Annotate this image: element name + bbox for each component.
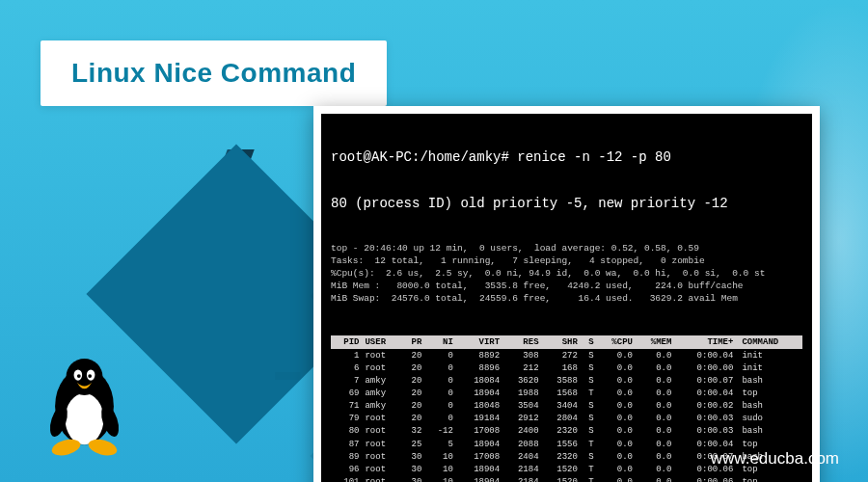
- command-text: renice -n -12 -p 80: [517, 149, 671, 165]
- table-cell: 0:00.06: [674, 476, 736, 482]
- table-cell: 0.0: [597, 425, 636, 438]
- table-row: 71amky2001804835043404S0.00.00:00.02bash: [331, 400, 802, 413]
- table-cell: 0.0: [597, 349, 636, 362]
- table-cell: 0.0: [597, 476, 636, 482]
- table-cell: 79: [331, 413, 362, 425]
- table-cell: 17008: [456, 450, 502, 463]
- table-cell: 2404: [502, 450, 541, 463]
- table-cell: 20: [401, 413, 425, 425]
- table-cell: 0:00.03: [674, 413, 736, 425]
- table-row: 79root2001918429122804S0.00.00:00.03sudo: [331, 413, 802, 425]
- table-header-cell: %CPU: [597, 335, 636, 349]
- table-cell: 6: [331, 362, 362, 374]
- table-cell: 0.0: [597, 413, 636, 425]
- table-cell: 0.0: [636, 476, 674, 482]
- table-cell: 10: [424, 463, 455, 475]
- table-cell: 2320: [542, 450, 581, 463]
- svg-point-3: [66, 393, 104, 444]
- table-cell: S: [581, 400, 597, 413]
- table-row: 1root2008892308272S0.00.00:00.04init: [331, 349, 802, 362]
- table-header-cell: SHR: [542, 335, 581, 349]
- table-row: 101root30101890421841520T0.00.00:00.06to…: [331, 476, 802, 482]
- table-cell: root: [362, 438, 400, 450]
- table-cell: 17008: [456, 425, 502, 438]
- table-cell: bash: [736, 425, 802, 438]
- table-cell: 0.0: [636, 450, 674, 463]
- table-cell: 0:00.03: [674, 425, 736, 438]
- table-cell: 10: [424, 450, 455, 463]
- table-cell: 0:00.00: [674, 362, 736, 374]
- table-cell: 308: [502, 349, 541, 362]
- table-cell: 0: [424, 413, 455, 425]
- table-cell: bash: [736, 374, 802, 387]
- table-cell: 0:00.04: [674, 388, 736, 400]
- site-url: www.educba.com: [711, 449, 839, 469]
- table-cell: 1: [331, 349, 362, 362]
- table-header-cell: TIME+: [674, 335, 736, 349]
- table-cell: 1556: [542, 438, 581, 450]
- table-cell: 18904: [456, 438, 502, 450]
- table-cell: sudo: [736, 413, 802, 425]
- table-row: 80root32-121700824002320S0.00.00:00.03ba…: [331, 425, 802, 438]
- table-cell: S: [581, 349, 597, 362]
- table-cell: S: [581, 450, 597, 463]
- table-cell: 0:00.02: [674, 400, 736, 413]
- table-cell: 30: [401, 450, 425, 463]
- table-cell: 0: [424, 388, 455, 400]
- table-cell: init: [736, 362, 802, 374]
- terminal-command-line: root@AK-PC:/home/amky# renice -n -12 -p …: [331, 148, 802, 167]
- table-cell: 18904: [456, 476, 502, 482]
- table-cell: 5: [424, 438, 455, 450]
- table-row: 6root2008896212168S0.00.00:00.00init: [331, 362, 802, 374]
- table-header-cell: PR: [401, 335, 425, 349]
- svg-point-7: [77, 374, 81, 378]
- table-cell: root: [362, 463, 400, 475]
- table-cell: root: [362, 450, 400, 463]
- table-cell: 19184: [456, 413, 502, 425]
- table-cell: 0: [424, 362, 455, 374]
- table-cell: 1520: [542, 463, 581, 475]
- table-cell: 212: [502, 362, 541, 374]
- terminal-output-message: 80 (process ID) old priority -5, new pri…: [331, 195, 802, 213]
- table-cell: 0.0: [636, 349, 674, 362]
- page-title: Linux Nice Command: [71, 58, 356, 89]
- table-cell: 3588: [542, 374, 581, 387]
- table-cell: 18904: [456, 388, 502, 400]
- table-cell: 2088: [502, 438, 541, 450]
- table-cell: 3504: [502, 400, 541, 413]
- table-cell: 3620: [502, 374, 541, 387]
- table-cell: 0.0: [636, 425, 674, 438]
- svg-point-8: [88, 374, 92, 378]
- svg-point-4: [67, 359, 103, 395]
- table-cell: 10: [424, 476, 455, 482]
- table-cell: 0: [424, 374, 455, 387]
- table-cell: amky: [362, 388, 400, 400]
- table-cell: bash: [736, 400, 802, 413]
- table-cell: 71: [331, 400, 362, 413]
- table-header-row: PIDUSERPRNIVIRTRESSHRS%CPU%MEMTIME+COMMA…: [331, 335, 802, 349]
- table-cell: 18048: [456, 400, 502, 413]
- table-cell: 0.0: [597, 438, 636, 450]
- table-cell: T: [581, 476, 597, 482]
- table-cell: 25: [401, 438, 425, 450]
- table-cell: root: [362, 476, 400, 482]
- table-cell: 30: [401, 476, 425, 482]
- table-cell: 80: [331, 425, 362, 438]
- table-cell: S: [581, 362, 597, 374]
- top-summary-block: top - 20:46:40 up 12 min, 0 users, load …: [331, 243, 802, 305]
- table-cell: 8896: [456, 362, 502, 374]
- table-cell: 1520: [542, 476, 581, 482]
- table-cell: 8892: [456, 349, 502, 362]
- table-cell: S: [581, 413, 597, 425]
- table-cell: root: [362, 413, 400, 425]
- table-header-cell: RES: [502, 335, 541, 349]
- table-cell: 0:00.04: [674, 349, 736, 362]
- table-cell: 0.0: [636, 362, 674, 374]
- table-cell: S: [581, 374, 597, 387]
- table-row: 69amky2001890419881568T0.00.00:00.04top: [331, 388, 802, 400]
- table-cell: S: [581, 425, 597, 438]
- table-cell: 0.0: [636, 388, 674, 400]
- table-cell: root: [362, 362, 400, 374]
- table-cell: 2804: [542, 413, 581, 425]
- table-cell: top: [736, 388, 802, 400]
